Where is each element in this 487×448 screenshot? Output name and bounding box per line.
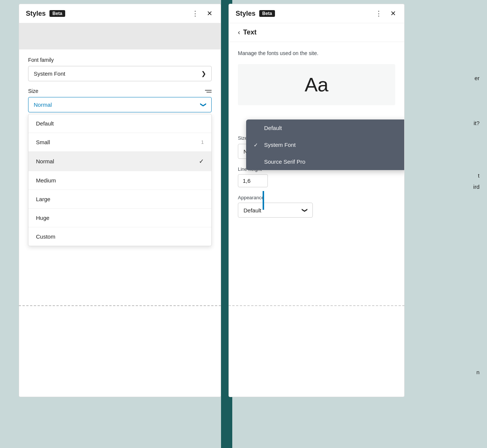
size-dropdown-list: Default Small 1 Normal ✓ Medium Large Hu… [28, 114, 212, 246]
left-panel-title: Styles [26, 10, 46, 18]
dropdown-check-normal: ✓ [199, 158, 204, 165]
size-row: Size [28, 88, 212, 94]
size-settings-line2 [206, 92, 212, 93]
left-panel-body: Font family System Font ❯ Size Normal ❯ … [19, 49, 221, 397]
font-option-default-label: Default [264, 125, 282, 131]
left-panel-header: Styles Beta ⋮ ✕ [19, 4, 221, 23]
left-close-button[interactable]: ✕ [205, 9, 214, 18]
right-panel-title: Styles [236, 10, 255, 18]
dashed-divider-left [19, 305, 221, 306]
size-settings-line1 [205, 90, 212, 91]
right-panel-header: Styles Beta ⋮ ✕ [229, 4, 404, 23]
font-preview-text: Aa [305, 73, 329, 96]
dropdown-label-small: Small [36, 139, 50, 145]
size-chevron: ❯ [200, 102, 207, 107]
edge-text-5: n [477, 369, 480, 375]
appearance-field: Appearance Default ❯ [238, 195, 395, 218]
appearance-label: Appearance [238, 195, 395, 200]
appearance-select[interactable]: Default ❯ [238, 203, 313, 218]
font-option-system-label: System Font [264, 142, 296, 148]
back-title: Text [243, 28, 257, 36]
dropdown-label-huge: Huge [36, 215, 49, 221]
dropdown-item-custom[interactable]: Custom [28, 227, 211, 246]
size-label: Size [28, 88, 38, 94]
font-family-dropdown: ✓ Default ✓ System Font ✓ Source Serif P… [246, 119, 404, 170]
dropdown-label-large: Large [36, 196, 50, 202]
dropdown-item-medium[interactable]: Medium [28, 171, 211, 190]
right-panel-header-left: Styles Beta [236, 10, 275, 18]
blue-highlight [263, 191, 264, 210]
right-styles-panel: Styles Beta ⋮ ✕ ‹ Text Manage the fonts … [229, 4, 405, 397]
font-option-system[interactable]: ✓ System Font [246, 136, 404, 153]
edge-text-2: it? [474, 120, 480, 126]
dropdown-label-medium: Medium [36, 177, 56, 184]
left-more-button[interactable]: ⋮ [190, 9, 200, 18]
dropdown-item-small[interactable]: Small 1 [28, 133, 211, 152]
dropdown-count-small: 1 [201, 139, 204, 145]
line-height-input[interactable] [238, 174, 268, 187]
right-panel-body: Manage the fonts used on the site. Aa ✓ … [229, 42, 404, 397]
left-panel-header-right: ⋮ ✕ [190, 9, 214, 18]
font-preview-box: Aa ✓ Default ✓ System Font ✓ Source Seri… [238, 64, 395, 105]
appearance-chevron: ❯ [302, 208, 308, 213]
subtitle: Manage the fonts used on the site. [238, 49, 395, 57]
font-option-default[interactable]: ✓ Default [246, 119, 404, 136]
dropdown-label-default: Default [36, 120, 54, 127]
right-panel-header-right: ⋮ ✕ [374, 9, 397, 18]
dropdown-item-normal[interactable]: Normal ✓ [28, 152, 211, 171]
left-preview-bar [19, 23, 221, 49]
font-option-source-serif-label: Source Serif Pro [264, 158, 305, 165]
left-beta-badge: Beta [49, 10, 65, 17]
edge-text-3: t [478, 172, 480, 179]
back-button[interactable]: ‹ [238, 28, 240, 36]
right-more-button[interactable]: ⋮ [374, 9, 384, 18]
font-option-system-check: ✓ [254, 142, 260, 148]
dropdown-label-custom: Custom [36, 233, 55, 240]
back-nav: ‹ Text [229, 23, 404, 42]
edge-text-4: ird [473, 184, 480, 190]
dropdown-item-default[interactable]: Default [28, 114, 211, 133]
font-family-value: System Font [34, 70, 65, 77]
dropdown-item-huge[interactable]: Huge [28, 209, 211, 227]
right-beta-badge: Beta [259, 10, 275, 17]
dashed-divider-right [229, 305, 405, 306]
font-family-chevron: ❯ [201, 70, 206, 77]
left-styles-panel: Styles Beta ⋮ ✕ Font family System Font … [19, 4, 221, 397]
dropdown-label-normal: Normal [36, 158, 54, 164]
font-family-select[interactable]: System Font ❯ [28, 66, 212, 81]
right-close-button[interactable]: ✕ [389, 9, 397, 18]
size-select[interactable]: Normal ❯ [28, 97, 212, 112]
dropdown-item-large[interactable]: Large [28, 190, 211, 209]
edge-text-1: er [475, 75, 480, 81]
size-value: Normal [34, 102, 52, 108]
size-settings-icon[interactable] [205, 90, 212, 93]
appearance-value: Default [244, 207, 261, 214]
left-panel-header-left: Styles Beta [26, 10, 65, 18]
font-family-label: Font family [28, 57, 212, 63]
font-option-source-serif[interactable]: ✓ Source Serif Pro [246, 153, 404, 170]
